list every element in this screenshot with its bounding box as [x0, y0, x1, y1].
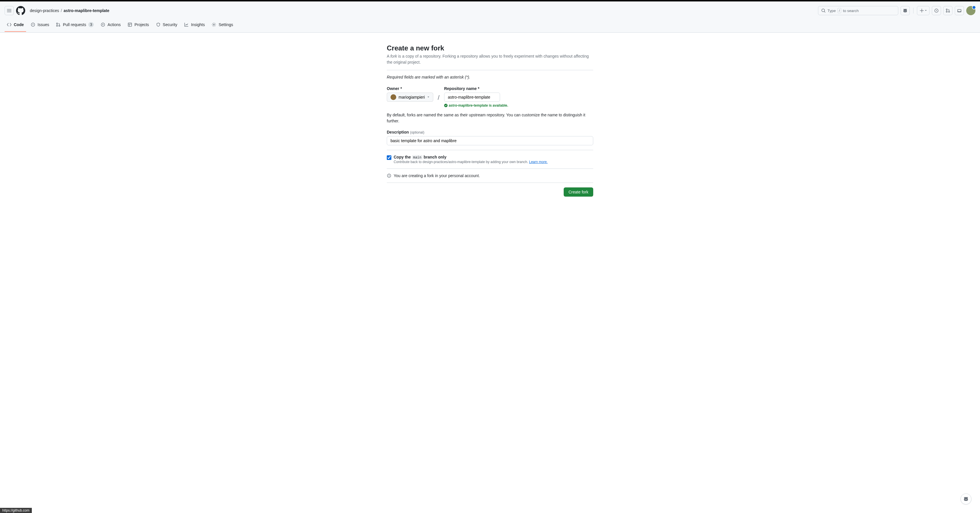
- learn-more-link[interactable]: Learn more.: [529, 160, 547, 164]
- owner-repo-separator: /: [438, 93, 439, 102]
- fork-info-row: You are creating a fork in your personal…: [387, 173, 593, 178]
- breadcrumb-repo-link[interactable]: astro-maplibre-template: [64, 8, 109, 13]
- tab-pull-requests[interactable]: Pull requests 3: [54, 20, 96, 32]
- search-kbd: /: [837, 8, 841, 13]
- svg-point-3: [946, 9, 947, 10]
- owner-label: Owner *: [387, 86, 433, 91]
- shield-icon: [156, 22, 161, 27]
- pull-requests-button[interactable]: [943, 6, 953, 15]
- svg-point-5: [948, 11, 950, 12]
- owner-avatar: [390, 94, 396, 100]
- git-pull-request-icon: [56, 22, 60, 27]
- search-button[interactable]: Type / to search: [818, 6, 898, 15]
- github-mark-icon: [16, 6, 25, 15]
- issues-button[interactable]: [932, 6, 941, 15]
- github-logo[interactable]: [16, 6, 25, 15]
- search-suffix: to search: [843, 9, 859, 13]
- svg-point-4: [946, 11, 947, 12]
- tab-issues[interactable]: Issues: [29, 20, 51, 32]
- tab-code-label: Code: [14, 22, 24, 27]
- create-fork-button[interactable]: Create fork: [564, 187, 593, 197]
- check-circle-icon: [444, 104, 447, 107]
- tab-projects-label: Projects: [134, 22, 149, 27]
- tab-pulls-counter: 3: [88, 22, 94, 27]
- description-label: Description (optional): [387, 130, 424, 134]
- copilot-button[interactable]: [900, 6, 910, 15]
- svg-point-10: [59, 25, 60, 26]
- tab-actions[interactable]: Actions: [99, 20, 123, 32]
- search-icon: [821, 8, 826, 13]
- repo-name-label: Repository name *: [444, 86, 508, 91]
- svg-point-9: [56, 25, 57, 26]
- naming-help-text: By default, forks are named the same as …: [387, 112, 593, 124]
- copy-main-only-note: Contribute back to design-practices/astr…: [394, 160, 547, 164]
- tab-issues-label: Issues: [38, 22, 49, 27]
- svg-rect-12: [128, 23, 132, 26]
- notifications-button[interactable]: [955, 6, 964, 15]
- availability-message: astro-maplibre-template is available.: [444, 103, 508, 108]
- tab-pulls-label: Pull requests: [63, 22, 86, 27]
- breadcrumb-separator: /: [61, 8, 62, 13]
- create-new-button[interactable]: [917, 6, 929, 15]
- repo-nav-tabs: Code Issues Pull requests 3 Actions Proj…: [0, 20, 980, 32]
- tab-security[interactable]: Security: [154, 20, 180, 32]
- tab-actions-label: Actions: [108, 22, 121, 27]
- tab-security-label: Security: [163, 22, 178, 27]
- user-avatar-button[interactable]: [966, 6, 975, 15]
- tab-insights[interactable]: Insights: [182, 20, 207, 32]
- caret-down-icon: [925, 10, 927, 12]
- plus-icon: [920, 8, 924, 13]
- info-icon: [387, 173, 391, 178]
- graph-icon: [184, 22, 189, 27]
- owner-dropdown[interactable]: mariogiampieri: [387, 92, 433, 102]
- description-input[interactable]: [387, 136, 593, 145]
- git-pull-request-icon: [946, 8, 950, 13]
- svg-point-8: [56, 23, 57, 24]
- issue-opened-icon: [934, 8, 939, 13]
- inbox-icon: [957, 8, 962, 13]
- copy-main-only-label: Copy the main branch only: [394, 155, 547, 159]
- breadcrumb-owner-link[interactable]: design-practices: [30, 8, 59, 13]
- copy-main-only-checkbox[interactable]: [387, 155, 391, 160]
- tab-projects[interactable]: Projects: [125, 20, 151, 32]
- code-icon: [7, 22, 11, 27]
- svg-point-2: [936, 10, 937, 11]
- required-fields-note: Required fields are marked with an aster…: [387, 75, 593, 79]
- copilot-icon: [903, 8, 907, 13]
- play-icon: [101, 22, 105, 27]
- search-prefix: Type: [827, 9, 836, 13]
- tab-code[interactable]: Code: [5, 20, 26, 32]
- page-title: Create a new fork: [387, 44, 593, 52]
- caret-down-icon: [427, 96, 430, 98]
- issue-icon: [31, 22, 35, 27]
- breadcrumb: design-practices / astro-maplibre-templa…: [30, 8, 109, 13]
- table-icon: [127, 22, 132, 27]
- tab-insights-label: Insights: [191, 22, 205, 27]
- gear-icon: [212, 22, 216, 27]
- tab-settings-label: Settings: [218, 22, 233, 27]
- svg-point-7: [33, 24, 33, 25]
- tab-settings[interactable]: Settings: [209, 20, 235, 32]
- hamburger-icon: [7, 8, 11, 13]
- svg-point-13: [213, 24, 215, 25]
- hamburger-menu-button[interactable]: [5, 6, 14, 15]
- repo-name-input[interactable]: [444, 92, 500, 102]
- page-subtitle: A fork is a copy of a repository. Forkin…: [387, 53, 593, 65]
- owner-name: mariogiampieri: [399, 95, 425, 100]
